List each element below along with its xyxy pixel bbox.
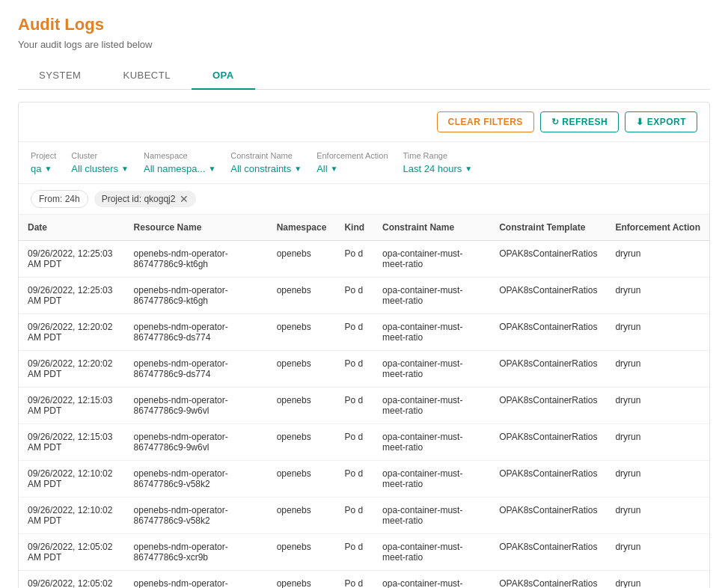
cell-enforcement: dryrun xyxy=(606,497,709,534)
col-enforcement-action: Enforcement Action xyxy=(606,215,709,241)
cell-date: 09/26/2022, 12:15:03 AM PDT xyxy=(19,388,125,424)
cell-resource-name: openebs-ndm-operator-86747786c9-kt6gh xyxy=(125,241,268,278)
cell-date: 09/26/2022, 12:15:03 AM PDT xyxy=(19,424,125,461)
cell-constraint-template: OPAK8sContainerRatios xyxy=(490,497,606,534)
cell-enforcement: dryrun xyxy=(606,314,709,351)
cell-enforcement: dryrun xyxy=(606,278,709,314)
constraint-name-filter: Constraint Name All constraints ▼ xyxy=(230,151,302,174)
cell-date: 09/26/2022, 12:25:03 AM PDT xyxy=(19,241,125,278)
refresh-button[interactable]: ↻ REFRESH xyxy=(540,111,619,132)
cell-namespace: openebs xyxy=(268,314,336,351)
clear-filters-button[interactable]: CLEAR FILTERS xyxy=(437,111,534,132)
project-chevron-icon: ▼ xyxy=(44,165,52,173)
cell-constraint-template: OPAK8sContainerRatios xyxy=(490,461,606,497)
cell-date: 09/26/2022, 12:10:02 AM PDT xyxy=(19,461,125,497)
tabs-bar: SYSTEM KUBECTL OPA xyxy=(18,62,710,90)
tab-kubectl[interactable]: KUBECTL xyxy=(102,62,191,90)
col-date: Date xyxy=(19,215,125,241)
cell-constraint-template: OPAK8sContainerRatios xyxy=(490,388,606,424)
project-chip-close[interactable]: ✕ xyxy=(180,194,189,204)
cell-resource-name: openebs-ndm-operator-86747786c9-9w6vl xyxy=(125,388,268,424)
cell-enforcement: dryrun xyxy=(606,534,709,571)
content-area: CLEAR FILTERS ↻ REFRESH ⬇ EXPORT Project… xyxy=(18,102,710,588)
constraint-name-select[interactable]: All constraints ▼ xyxy=(230,163,302,174)
table-header-row: Date Resource Name Namespace Kind Constr… xyxy=(19,215,709,241)
filters-row: Project qa ▼ Cluster All clusters ▼ Name… xyxy=(19,142,709,184)
cell-namespace: openebs xyxy=(268,351,336,388)
cell-namespace: openebs xyxy=(268,534,336,571)
cell-constraint-name: opa-container-must-meet-ratio xyxy=(373,534,490,571)
from-filter-chip: From: 24h xyxy=(31,190,88,208)
refresh-icon: ↻ xyxy=(551,117,560,127)
cell-kind: Po d xyxy=(335,314,373,351)
cell-enforcement: dryrun xyxy=(606,461,709,497)
cell-constraint-name: opa-container-must-meet-ratio xyxy=(373,424,490,461)
time-range-select[interactable]: Last 24 hours ▼ xyxy=(403,163,473,174)
cell-constraint-template: OPAK8sContainerRatios xyxy=(490,241,606,278)
constraint-chevron-icon: ▼ xyxy=(294,165,302,173)
enforcement-label: Enforcement Action xyxy=(316,151,388,160)
namespace-filter: Namespace All namespa... ▼ xyxy=(144,151,215,174)
constraint-name-label: Constraint Name xyxy=(230,151,302,160)
time-range-filter: Time Range Last 24 hours ▼ xyxy=(403,151,473,174)
table-container: Date Resource Name Namespace Kind Constr… xyxy=(19,215,709,588)
cell-enforcement: dryrun xyxy=(606,351,709,388)
cell-enforcement: dryrun xyxy=(606,241,709,278)
cell-constraint-template: OPAK8sContainerRatios xyxy=(490,314,606,351)
audit-table: Date Resource Name Namespace Kind Constr… xyxy=(19,215,709,588)
cluster-label: Cluster xyxy=(71,151,129,160)
col-namespace: Namespace xyxy=(268,215,336,241)
tab-system[interactable]: SYSTEM xyxy=(18,62,102,90)
cell-constraint-name: opa-container-must-meet-ratio xyxy=(373,571,490,589)
cell-resource-name: openebs-ndm-operator-86747786c9-v58k2 xyxy=(125,497,268,534)
cell-enforcement: dryrun xyxy=(606,424,709,461)
table-row: 09/26/2022, 12:15:03 AM PDT openebs-ndm-… xyxy=(19,388,709,424)
table-row: 09/26/2022, 12:05:02 AM PDT openebs-ndm-… xyxy=(19,534,709,571)
cell-resource-name: openebs-ndm-operator-86747786c9-xcr9b xyxy=(125,571,268,589)
cell-namespace: openebs xyxy=(268,571,336,589)
namespace-select[interactable]: All namespa... ▼ xyxy=(144,163,215,174)
namespace-chevron-icon: ▼ xyxy=(208,165,215,173)
enforcement-filter: Enforcement Action All ▼ xyxy=(316,151,388,174)
cell-enforcement: dryrun xyxy=(606,571,709,589)
table-row: 09/26/2022, 12:20:02 AM PDT openebs-ndm-… xyxy=(19,351,709,388)
cluster-select[interactable]: All clusters ▼ xyxy=(71,163,129,174)
cell-date: 09/26/2022, 12:20:02 AM PDT xyxy=(19,314,125,351)
project-filter-chip: Project id: qkogqj2 ✕ xyxy=(94,191,197,207)
cell-kind: Po d xyxy=(335,534,373,571)
cell-constraint-name: opa-container-must-meet-ratio xyxy=(373,461,490,497)
cell-kind: Po d xyxy=(335,424,373,461)
cell-resource-name: openebs-ndm-operator-86747786c9-9w6vl xyxy=(125,424,268,461)
cell-constraint-name: opa-container-must-meet-ratio xyxy=(373,314,490,351)
cell-namespace: openebs xyxy=(268,424,336,461)
page-subtitle: Your audit logs are listed below xyxy=(18,39,710,50)
project-filter: Project qa ▼ xyxy=(31,151,56,174)
time-range-label: Time Range xyxy=(403,151,473,160)
export-icon: ⬇ xyxy=(636,117,644,127)
export-button[interactable]: ⬇ EXPORT xyxy=(625,111,697,132)
table-row: 09/26/2022, 12:25:03 AM PDT openebs-ndm-… xyxy=(19,278,709,314)
table-row: 09/26/2022, 12:05:02 AM PDT openebs-ndm-… xyxy=(19,571,709,589)
table-row: 09/26/2022, 12:25:03 AM PDT openebs-ndm-… xyxy=(19,241,709,278)
time-range-chevron-icon: ▼ xyxy=(465,165,472,173)
cell-date: 09/26/2022, 12:10:02 AM PDT xyxy=(19,497,125,534)
project-select[interactable]: qa ▼ xyxy=(31,163,56,174)
cluster-chevron-icon: ▼ xyxy=(121,165,129,173)
cell-constraint-template: OPAK8sContainerRatios xyxy=(490,278,606,314)
cell-resource-name: openebs-ndm-operator-86747786c9-kt6gh xyxy=(125,278,268,314)
cell-constraint-name: opa-container-must-meet-ratio xyxy=(373,278,490,314)
cell-constraint-name: opa-container-must-meet-ratio xyxy=(373,241,490,278)
cell-constraint-template: OPAK8sContainerRatios xyxy=(490,424,606,461)
enforcement-select[interactable]: All ▼ xyxy=(316,163,388,174)
cell-namespace: openebs xyxy=(268,461,336,497)
table-row: 09/26/2022, 12:15:03 AM PDT openebs-ndm-… xyxy=(19,424,709,461)
cluster-filter: Cluster All clusters ▼ xyxy=(71,151,129,174)
table-row: 09/26/2022, 12:10:02 AM PDT openebs-ndm-… xyxy=(19,461,709,497)
cell-enforcement: dryrun xyxy=(606,388,709,424)
enforcement-chevron-icon: ▼ xyxy=(331,165,338,173)
cell-constraint-name: opa-container-must-meet-ratio xyxy=(373,497,490,534)
cell-constraint-template: OPAK8sContainerRatios xyxy=(490,534,606,571)
tab-opa[interactable]: OPA xyxy=(192,62,255,90)
col-constraint-template: Constraint Template xyxy=(490,215,606,241)
cell-kind: Po d xyxy=(335,388,373,424)
